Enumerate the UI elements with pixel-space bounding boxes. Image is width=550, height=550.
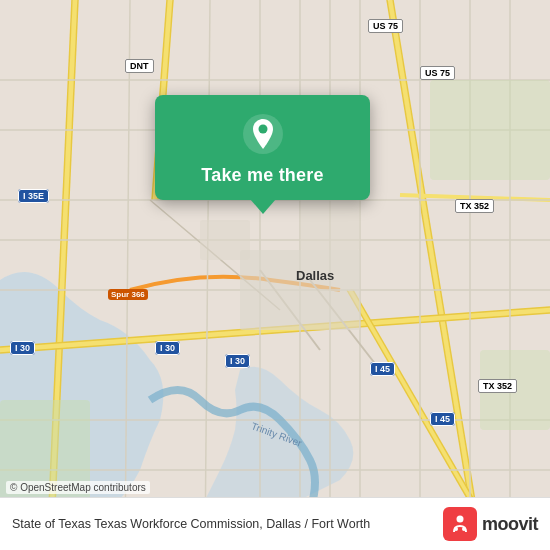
svg-rect-39 bbox=[240, 250, 360, 330]
map-container: Dallas Trinity River I 35E DNT DNT US 75… bbox=[0, 0, 550, 550]
bottom-bar: State of Texas Texas Workforce Commissio… bbox=[0, 497, 550, 550]
svg-point-46 bbox=[462, 527, 466, 531]
popup-card: Take me there bbox=[155, 95, 370, 200]
map-attribution: © OpenStreetMap contributors bbox=[6, 481, 150, 494]
svg-rect-41 bbox=[300, 200, 360, 250]
moovit-brand-text: moovit bbox=[482, 514, 538, 535]
svg-point-45 bbox=[454, 527, 458, 531]
svg-rect-40 bbox=[200, 220, 250, 260]
moovit-logo: moovit bbox=[443, 507, 538, 541]
svg-point-43 bbox=[258, 125, 267, 134]
map-background bbox=[0, 0, 550, 550]
location-description: State of Texas Texas Workforce Commissio… bbox=[12, 516, 433, 532]
svg-rect-37 bbox=[430, 80, 550, 180]
moovit-icon bbox=[443, 507, 477, 541]
svg-rect-38 bbox=[480, 350, 550, 430]
take-me-there-button[interactable]: Take me there bbox=[201, 165, 323, 186]
location-pin-icon bbox=[242, 113, 284, 155]
svg-point-44 bbox=[456, 516, 463, 523]
